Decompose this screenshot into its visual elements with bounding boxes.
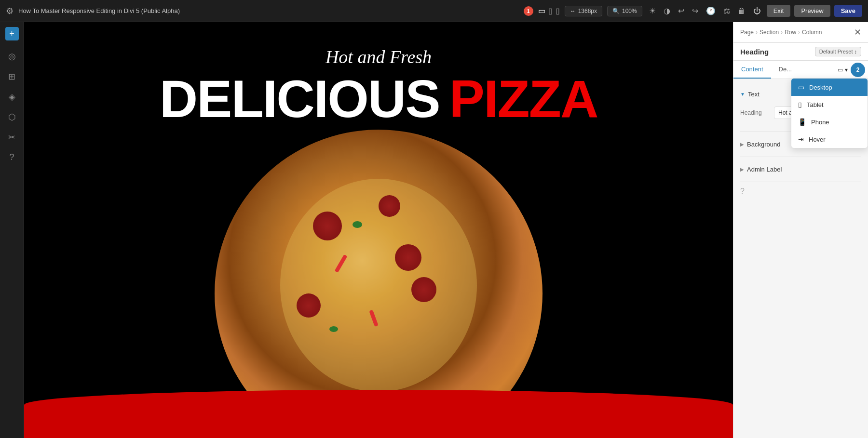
- gear-button[interactable]: ⚙: [6, 6, 14, 16]
- admin-label-text: Admin Label: [747, 166, 782, 173]
- save-button[interactable]: Save: [834, 5, 862, 17]
- px-display[interactable]: ↔ 1368px: [565, 6, 602, 16]
- plus-icon: +: [9, 29, 14, 39]
- badge-2: 2: [856, 66, 860, 73]
- sidebar-templates-button[interactable]: ⬡: [4, 108, 20, 126]
- device-icons: ▭ ▯ ▯: [538, 6, 560, 15]
- canvas-inner: Hot and Fresh DELICIOUS PIZZA: [24, 22, 733, 438]
- panel-tabs: Content De... ▭ ▾ 2 ▭ Desktop: [733, 61, 868, 79]
- close-panel-button[interactable]: ✕: [854, 27, 861, 38]
- settings-button[interactable]: ⚖: [721, 4, 732, 17]
- hero-subtitle: Hot and Fresh: [326, 46, 432, 67]
- hero-section: Hot and Fresh DELICIOUS PIZZA: [24, 22, 733, 438]
- mobile-icon[interactable]: ▯: [556, 6, 560, 15]
- canvas[interactable]: Hot and Fresh DELICIOUS PIZZA: [24, 22, 733, 438]
- undo-button[interactable]: ↩: [676, 4, 686, 17]
- layers-icon: ◎: [8, 51, 16, 62]
- desktop-label: Desktop: [809, 84, 832, 91]
- badge-2-circle: 2: [851, 63, 865, 77]
- sun-icon[interactable]: ☀: [647, 4, 658, 17]
- zoom-display[interactable]: 🔍 100%: [607, 6, 642, 16]
- preset-button[interactable]: Default Preset ↕: [815, 47, 861, 56]
- breadcrumb-section[interactable]: Section: [760, 29, 779, 36]
- device-selector-area: ▭ ▾ 2 ▭ Desktop ▯ Tablet: [835, 61, 868, 79]
- dropdown-phone[interactable]: 📱 Phone: [791, 113, 868, 131]
- device-selector-button[interactable]: ▭ ▾: [835, 63, 851, 77]
- zoom-value: 100%: [622, 8, 637, 14]
- scissors-icon: ✂: [8, 132, 15, 143]
- trash-button[interactable]: 🗑: [736, 5, 747, 17]
- panel-title-row: Heading Default Preset ↕: [733, 43, 868, 61]
- phone-dropdown-icon: 📱: [798, 118, 806, 126]
- tablet-label: Tablet: [807, 101, 824, 108]
- text-toggle-arrow: ▼: [740, 92, 745, 97]
- sidebar-layers-button[interactable]: ◎: [4, 47, 20, 66]
- heading-field-label: Heading: [740, 109, 774, 116]
- desktop-small-icon: ▭: [838, 66, 843, 73]
- sidebar-grid-button[interactable]: ⊞: [4, 67, 19, 86]
- tablet-icon[interactable]: ▯: [548, 6, 553, 15]
- badge-1[interactable]: 1: [524, 6, 533, 16]
- phone-label: Phone: [811, 119, 829, 126]
- exit-button[interactable]: Exit: [767, 5, 791, 17]
- templates-icon: ⬡: [8, 112, 16, 122]
- sidebar-scissors-button[interactable]: ✂: [4, 128, 19, 146]
- add-element-button[interactable]: +: [5, 27, 19, 40]
- desktop-dropdown-icon: ▭: [798, 83, 804, 91]
- dropdown-hover[interactable]: ⇥ Hover: [791, 131, 868, 148]
- preview-button[interactable]: Preview: [794, 5, 830, 17]
- breadcrumb-row[interactable]: Row: [785, 29, 796, 36]
- main-layout: + ◎ ⊞ ◈ ⬡ ✂ ? Hot and Fresh DELICIOUS PI: [0, 22, 868, 438]
- panel-header: Page › Section › Row › Column ✕: [733, 22, 868, 43]
- device-dropdown: ▭ Desktop ▯ Tablet 📱 Phone ⇥ Hover: [791, 78, 868, 148]
- help-icon: ?: [9, 152, 14, 162]
- divider-3: [740, 182, 861, 182]
- tablet-dropdown-icon: ▯: [798, 101, 802, 108]
- grid-icon: ⊞: [8, 71, 15, 82]
- divider-2: [740, 157, 861, 157]
- left-sidebar: + ◎ ⊞ ◈ ⬡ ✂ ?: [0, 22, 24, 438]
- px-value: 1368px: [578, 8, 597, 14]
- theme-toggle[interactable]: ◑: [662, 4, 672, 17]
- sidebar-help-button[interactable]: ?: [5, 148, 18, 166]
- breadcrumb: Page › Section › Row › Column: [740, 29, 822, 36]
- redo-button[interactable]: ↪: [690, 4, 700, 17]
- page-title: How To Master Responsive Editing in Divi…: [18, 7, 519, 14]
- panel-title: Heading: [740, 48, 769, 56]
- breadcrumb-page[interactable]: Page: [740, 29, 754, 36]
- hover-dropdown-icon: ⇥: [798, 135, 804, 143]
- admin-arrow: ▶: [740, 167, 744, 172]
- desktop-icon[interactable]: ▭: [538, 6, 545, 15]
- hover-label: Hover: [809, 136, 826, 143]
- text-section-label: Text: [748, 91, 760, 98]
- red-wave: [24, 390, 733, 438]
- dropdown-chevron: ▾: [845, 66, 848, 73]
- sidebar-modules-button[interactable]: ◈: [5, 88, 19, 106]
- topbar-right: ☀ ◑ ↩ ↪ 🕐 ⚖ 🗑 ⏻ Exit Preview Save: [647, 4, 862, 17]
- hero-title: DELICIOUS PIZZA: [160, 72, 598, 125]
- dropdown-tablet[interactable]: ▯ Tablet: [791, 96, 868, 113]
- tab-content[interactable]: Content: [733, 61, 771, 79]
- history-button[interactable]: 🕐: [704, 4, 718, 17]
- dropdown-desktop[interactable]: ▭ Desktop: [791, 79, 868, 96]
- help-icon[interactable]: ?: [740, 187, 861, 196]
- modules-icon: ◈: [9, 92, 15, 102]
- background-label: Background: [747, 141, 780, 148]
- topbar: ⚙ How To Master Responsive Editing in Di…: [0, 0, 868, 22]
- hero-title-white: DELICIOUS: [160, 72, 440, 125]
- background-arrow: ▶: [740, 142, 744, 147]
- right-panel: Page › Section › Row › Column ✕ Heading …: [733, 22, 868, 438]
- breadcrumb-column[interactable]: Column: [802, 29, 822, 36]
- power-button[interactable]: ⏻: [751, 5, 763, 17]
- tab-design[interactable]: De...: [771, 61, 800, 79]
- admin-label-section-header[interactable]: ▶ Admin Label: [740, 161, 861, 178]
- ruler-icon: ↔: [570, 8, 576, 14]
- search-icon: 🔍: [612, 8, 620, 14]
- hero-title-red: PIZZA: [449, 72, 598, 125]
